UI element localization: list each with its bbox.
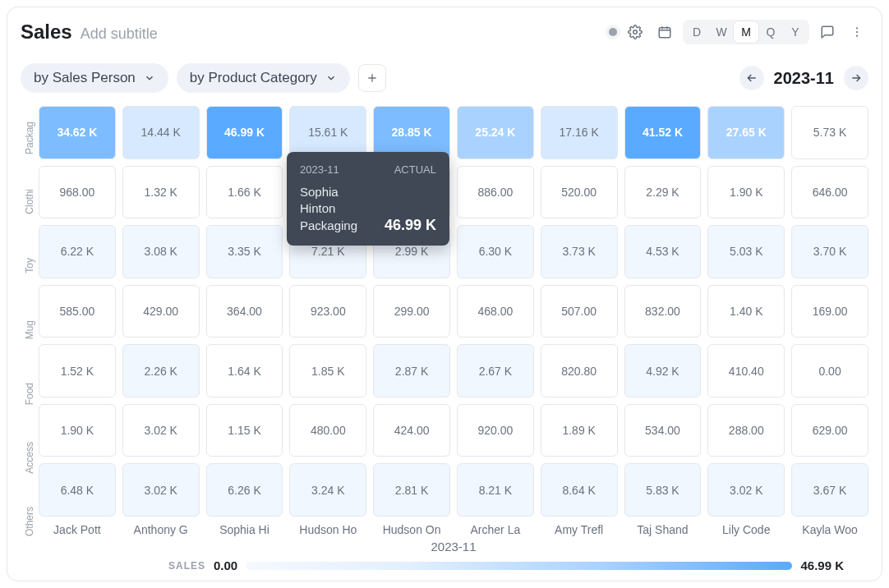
heatmap-cell[interactable]: 2.67 K — [457, 344, 534, 397]
heatmap-cell[interactable]: 4.92 K — [624, 344, 702, 397]
heatmap-cell[interactable]: 46.99 K — [206, 106, 283, 159]
heatmap-cell[interactable]: 585.00 — [39, 285, 116, 338]
add-breakdown-button[interactable] — [358, 64, 386, 92]
next-period-button[interactable] — [844, 66, 868, 90]
heatmap-cell[interactable]: 1.89 K — [541, 404, 618, 457]
calendar-button[interactable] — [653, 21, 676, 44]
arrow-right-icon — [850, 71, 863, 85]
heatmap-cell[interactable]: 299.00 — [373, 285, 450, 338]
heatmap-cell[interactable]: 3.02 K — [707, 463, 785, 517]
y-axis: PackagClothiToyMugFoodAccessOthers — [21, 106, 39, 554]
breakdown-category[interactable]: by Product Category — [177, 63, 350, 93]
page-title: Sales — [21, 21, 72, 44]
heatmap-cell[interactable]: 17.16 K — [541, 106, 618, 159]
heatmap-cell[interactable]: 5.03 K — [707, 225, 785, 278]
x-axis-label: Amy Trefl — [541, 523, 618, 536]
heatmap-cell[interactable]: 1.52 K — [39, 344, 116, 397]
svg-point-2 — [856, 27, 858, 29]
heatmap-row: 585.00429.00364.00923.00299.00468.00507.… — [39, 285, 868, 338]
heatmap-cell[interactable]: 288.00 — [707, 404, 785, 457]
heatmap-cell[interactable]: 3.02 K — [122, 463, 200, 517]
heatmap-cell[interactable]: 25.24 K — [457, 106, 534, 159]
heatmap-cell[interactable]: 3.35 K — [206, 225, 283, 278]
period-tab-d[interactable]: D — [684, 21, 709, 43]
heatmap-cell[interactable]: 15.61 K — [289, 106, 366, 159]
breakdown-category-label: by Product Category — [190, 70, 317, 86]
comments-button[interactable] — [816, 21, 839, 44]
heatmap-cell[interactable]: 923.00 — [289, 285, 366, 338]
heatmap-cell[interactable]: 920.00 — [457, 404, 534, 457]
period-tab-y[interactable]: Y — [783, 21, 808, 43]
y-axis-label: Others — [21, 489, 39, 554]
heatmap-cell[interactable]: 820.80 — [541, 344, 618, 397]
gear-icon — [628, 25, 643, 39]
heatmap-cell[interactable]: 1.32 K — [122, 166, 200, 219]
heatmap-cell[interactable]: 364.00 — [206, 285, 283, 338]
heatmap-cell[interactable]: 1.66 K — [206, 166, 283, 219]
heatmap-cell[interactable]: 886.00 — [457, 166, 534, 219]
heatmap-cell[interactable]: 4.53 K — [624, 225, 702, 278]
tooltip-mode: ACTUAL — [394, 163, 436, 176]
heatmap-cell[interactable]: 429.00 — [122, 285, 200, 338]
heatmap-cell[interactable]: 1.85 K — [289, 344, 366, 397]
breakdown-salesperson-label: by Sales Person — [34, 70, 136, 86]
heatmap-cell[interactable]: 534.00 — [624, 404, 702, 457]
current-period: 2023-11 — [774, 69, 834, 88]
heatmap-cell[interactable]: 1.64 K — [206, 344, 283, 397]
heatmap-cell[interactable]: 6.22 K — [39, 225, 116, 278]
more-button[interactable] — [845, 21, 868, 44]
heatmap-cell[interactable]: 3.02 K — [122, 404, 200, 457]
heatmap-cell[interactable]: 480.00 — [289, 404, 366, 457]
heatmap-cell[interactable]: 6.30 K — [457, 225, 534, 278]
settings-button[interactable] — [624, 21, 647, 44]
heatmap-cell[interactable]: 8.64 K — [541, 463, 618, 517]
heatmap-cell[interactable]: 3.73 K — [541, 225, 618, 278]
heatmap-row: 6.48 K3.02 K6.26 K3.24 K2.81 K8.21 K8.64… — [39, 463, 868, 517]
heatmap-cell[interactable]: 1.15 K — [206, 404, 283, 457]
period-tab-q[interactable]: Q — [758, 21, 783, 43]
breakdown-salesperson[interactable]: by Sales Person — [21, 63, 168, 93]
x-axis-label: Archer La — [457, 523, 534, 536]
heatmap-cell[interactable]: 3.08 K — [122, 225, 200, 278]
subtitle-input[interactable]: Add subtitle — [81, 25, 158, 43]
heatmap-cell[interactable]: 14.44 K — [122, 106, 200, 159]
status-dot-icon — [609, 28, 617, 36]
heatmap-cell[interactable]: 3.70 K — [791, 225, 868, 278]
heatmap-cell[interactable]: 5.73 K — [791, 106, 868, 159]
heatmap-cell[interactable]: 629.00 — [791, 404, 868, 457]
heatmap-cell[interactable]: 507.00 — [541, 285, 618, 338]
heatmap-cell[interactable]: 3.67 K — [791, 463, 868, 517]
heatmap-cell[interactable]: 2.26 K — [122, 344, 200, 397]
heatmap-cell[interactable]: 3.24 K — [289, 463, 366, 517]
x-axis-label: Kayla Woo — [791, 523, 868, 536]
heatmap-cell[interactable]: 646.00 — [791, 166, 868, 219]
heatmap-cell[interactable]: 1.40 K — [707, 285, 785, 338]
heatmap-cell[interactable]: 34.62 K — [39, 106, 116, 159]
heatmap-cell[interactable]: 27.65 K — [707, 106, 785, 159]
heatmap-cell[interactable]: 832.00 — [624, 285, 702, 338]
heatmap-cell[interactable]: 6.48 K — [39, 463, 116, 517]
heatmap-cell[interactable]: 5.83 K — [624, 463, 702, 517]
heatmap-cell[interactable]: 2.87 K — [373, 344, 450, 397]
legend-min: 0.00 — [214, 558, 237, 572]
heatmap-cell[interactable]: 468.00 — [457, 285, 534, 338]
prev-period-button[interactable] — [739, 66, 764, 90]
heatmap-cell[interactable]: 1.90 K — [39, 404, 116, 457]
period-tab-m[interactable]: M — [734, 21, 758, 43]
period-tab-w[interactable]: W — [709, 21, 734, 43]
heatmap-cell[interactable]: 424.00 — [373, 404, 450, 457]
heatmap-cell[interactable]: 6.26 K — [206, 463, 283, 517]
heatmap-cell[interactable]: 28.85 K — [373, 106, 450, 159]
heatmap-cell[interactable]: 520.00 — [541, 166, 618, 219]
heatmap-cell[interactable]: 8.21 K — [457, 463, 534, 517]
heatmap-cell[interactable]: 1.90 K — [707, 166, 785, 219]
y-axis-label: Access — [21, 425, 39, 489]
heatmap-cell[interactable]: 0.00 — [791, 344, 868, 397]
heatmap-cell[interactable]: 2.29 K — [624, 166, 702, 219]
heatmap-cell[interactable]: 968.00 — [39, 166, 116, 219]
heatmap-cell[interactable]: 41.52 K — [624, 106, 702, 159]
heatmap-cell[interactable]: 169.00 — [791, 285, 868, 338]
legend-metric: SALES — [168, 560, 205, 572]
heatmap-cell[interactable]: 2.81 K — [373, 463, 450, 517]
heatmap-cell[interactable]: 410.40 — [707, 344, 785, 397]
